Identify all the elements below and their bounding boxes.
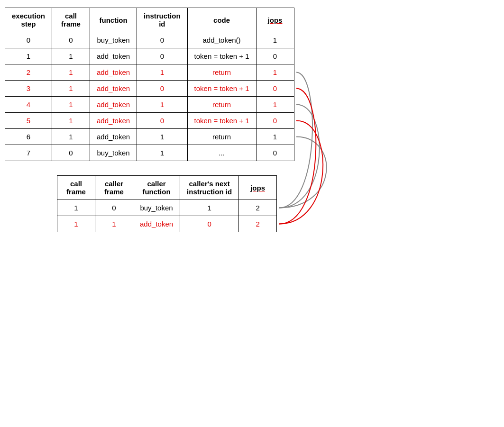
e-cell-code: token = token + 1 (187, 113, 256, 129)
e-cell-func: add_token (90, 48, 137, 64)
e-cell-iid: 1 (137, 129, 188, 145)
e-header-frame: call frame (52, 8, 90, 32)
e-cell-jops: 0 (256, 113, 294, 129)
e-cell-jops: 1 (256, 64, 294, 81)
e-header-code: code (187, 8, 256, 32)
j-header-nextiid: caller's next instruction id (180, 176, 239, 200)
j-cell-cf: 1 (57, 216, 95, 232)
e-cell-code: add_token() (187, 32, 256, 48)
e-cell-iid: 0 (137, 81, 188, 97)
e-cell-step: 2 (5, 64, 52, 81)
e-cell-func: add_token (90, 97, 137, 113)
e-cell-func: buy_token (90, 145, 137, 161)
e-table-row: 4 1 add_token 1 return 1 (5, 97, 294, 113)
e-cell-jops: 0 (256, 81, 294, 97)
e-cell-step: 1 (5, 48, 52, 64)
e-cell-iid: 0 (137, 113, 188, 129)
j-cell-callerframe: 0 (95, 200, 133, 216)
j-header-callerframe: caller frame (95, 176, 133, 200)
j-cell-jops: 2 (239, 216, 277, 232)
e-table: execution step call frame function instr… (5, 8, 294, 161)
e-cell-iid: 1 (137, 145, 188, 161)
j-table: call frame caller frame caller function … (57, 175, 277, 232)
e-cell-step: 7 (5, 145, 52, 161)
j-header-jops: jops (239, 176, 277, 200)
e-cell-frame: 1 (52, 113, 90, 129)
e-cell-iid: 0 (137, 48, 188, 64)
j-table-row: 1 1 add_token 0 2 (57, 216, 277, 232)
e-cell-frame: 1 (52, 64, 90, 81)
e-cell-code: token = token + 1 (187, 81, 256, 97)
e-cell-code: return (187, 64, 256, 81)
e-header-jops: jops (256, 8, 294, 32)
e-cell-step: 5 (5, 113, 52, 129)
e-cell-func: add_token (90, 81, 137, 97)
j-cell-nextiid: 0 (180, 216, 239, 232)
j-cell-callerframe: 1 (95, 216, 133, 232)
e-cell-func: add_token (90, 129, 137, 145)
e-cell-func: buy_token (90, 32, 137, 48)
e-cell-func: add_token (90, 64, 137, 81)
e-cell-jops: 0 (256, 48, 294, 64)
j-cell-nextiid: 1 (180, 200, 239, 216)
e-table-row: 5 1 add_token 0 token = token + 1 0 (5, 113, 294, 129)
e-cell-jops: 1 (256, 32, 294, 48)
e-cell-step: 6 (5, 129, 52, 145)
e-cell-frame: 1 (52, 48, 90, 64)
e-cell-frame: 0 (52, 32, 90, 48)
e-cell-code: return (187, 129, 256, 145)
e-cell-frame: 0 (52, 145, 90, 161)
e-table-row: 6 1 add_token 1 return 1 (5, 129, 294, 145)
e-table-wrapper: execution step call frame function instr… (5, 8, 294, 161)
e-cell-iid: 1 (137, 97, 188, 113)
page-container: execution step call frame function instr… (0, 0, 504, 427)
j-table-wrapper: call frame caller frame caller function … (57, 175, 294, 232)
e-table-row: 7 0 buy_token 1 ... 0 (5, 145, 294, 161)
e-table-row: 1 1 add_token 0 token = token + 1 0 (5, 48, 294, 64)
j-cell-cf: 1 (57, 200, 95, 216)
e-header-function: function (90, 8, 137, 32)
e-cell-func: add_token (90, 113, 137, 129)
e-header-iid: instruction id (137, 8, 188, 32)
e-cell-iid: 0 (137, 32, 188, 48)
e-cell-jops: 0 (256, 145, 294, 161)
e-cell-step: 4 (5, 97, 52, 113)
e-cell-iid: 1 (137, 64, 188, 81)
e-cell-frame: 1 (52, 81, 90, 97)
e-cell-step: 0 (5, 32, 52, 48)
e-header-step: execution step (5, 8, 52, 32)
e-cell-jops: 1 (256, 129, 294, 145)
tables-area: execution step call frame function instr… (5, 5, 294, 232)
e-cell-step: 3 (5, 81, 52, 97)
e-cell-code: ... (187, 145, 256, 161)
j-cell-jops: 2 (239, 200, 277, 216)
j-header-callerfunc: caller function (133, 176, 180, 200)
e-table-row: 2 1 add_token 1 return 1 (5, 64, 294, 81)
j-cell-callerfunc: buy_token (133, 200, 180, 216)
e-table-row: 3 1 add_token 0 token = token + 1 0 (5, 81, 294, 97)
e-cell-code: return (187, 97, 256, 113)
e-cell-jops: 1 (256, 97, 294, 113)
e-cell-frame: 1 (52, 97, 90, 113)
j-table-row: 1 0 buy_token 1 2 (57, 200, 277, 216)
j-cell-callerfunc: add_token (133, 216, 180, 232)
e-cell-code: token = token + 1 (187, 48, 256, 64)
j-header-cf: call frame (57, 176, 95, 200)
e-table-row: 0 0 buy_token 0 add_token() 1 (5, 32, 294, 48)
e-cell-frame: 1 (52, 129, 90, 145)
